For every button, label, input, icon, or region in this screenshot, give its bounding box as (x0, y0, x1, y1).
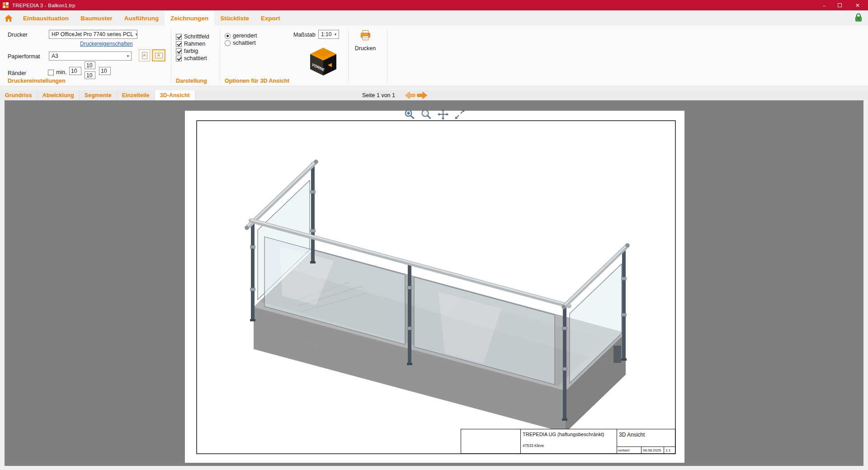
paper-format-label: Papierformat (8, 53, 40, 60)
group-label-optionen3d: Optionen für 3D Ansicht (225, 78, 289, 84)
landscape-orientation-button[interactable]: A (152, 49, 165, 61)
arrow-left-icon (405, 92, 415, 99)
titleblock-company: TREPEDIA UG (haftungsbeschränkt) (523, 432, 604, 437)
subtab-segmente[interactable]: Segmente (80, 90, 117, 100)
paper-format-select[interactable]: A3 ▼ (49, 52, 132, 61)
view-tab-bar: Grundriss Abwicklung Segmente Einzelteil… (0, 90, 868, 100)
lock-icon (855, 13, 862, 22)
margin-right-input[interactable] (99, 67, 111, 75)
balcony-3d-drawing (185, 111, 684, 463)
subtab-einzelteile[interactable]: Einzelteile (117, 90, 155, 100)
margin-top-input[interactable] (85, 61, 95, 69)
radio-schattiert[interactable]: schattiert (225, 40, 256, 46)
zoom-out-button[interactable] (420, 108, 432, 120)
ribbon: Drucker HP OfficeJet Pro 7740 series PCL… (0, 26, 868, 86)
group-separator (387, 29, 387, 83)
subtab-3d-ansicht[interactable]: 3D-Ansicht (155, 90, 195, 100)
app-icon (3, 2, 9, 9)
home-icon (4, 14, 13, 22)
titleblock-subrow: norbert 06.08.2025 1:1 (617, 446, 675, 453)
titleblock-divider (520, 429, 521, 453)
maximize-button[interactable] (832, 0, 847, 10)
drawing-title-block: TREPEDIA UG (haftungsbeschränkt) 47533 K… (461, 429, 675, 454)
license-lock[interactable] (855, 13, 862, 24)
radio-label: gerendert (233, 33, 257, 39)
checkbox-schattiert[interactable]: schattiert (176, 55, 207, 61)
portrait-page-icon: A (142, 52, 147, 59)
margins-min-checkbox[interactable]: min. (48, 69, 67, 75)
radio-label: schattiert (233, 40, 256, 46)
titleblock-date: 06.08.2025 (642, 447, 664, 453)
group-label-darstellung: Darstellung (176, 78, 207, 84)
page-next-button[interactable] (417, 92, 427, 99)
checkbox-label: Schriftfeld (184, 33, 209, 40)
chevron-down-icon: ▼ (332, 33, 339, 37)
tab-zeichnungen[interactable]: Zeichnungen (165, 10, 214, 26)
balcony-model (245, 160, 630, 433)
fit-view-button[interactable] (454, 108, 466, 120)
printer-select-value: HP OfficeJet Pro 7740 series PCL (52, 31, 133, 38)
paper-format-value: A3 (52, 53, 58, 59)
window-title: TREPEDIA 3 - Balkon1.trp (12, 3, 75, 8)
margins-min-label: min. (56, 69, 67, 75)
radio-gerendert[interactable]: gerendert (225, 33, 257, 39)
subtab-grundriss[interactable]: Grundriss (0, 90, 38, 100)
subtab-abwicklung[interactable]: Abwicklung (38, 90, 80, 100)
view-toolbar (404, 108, 466, 120)
tab-ausfuehrung[interactable]: Ausführung (118, 10, 165, 26)
group-separator (220, 29, 220, 83)
fit-view-icon (454, 108, 466, 120)
checkbox-icon (176, 56, 182, 61)
page-indicator: Seite 1 von 1 (362, 90, 395, 100)
radio-icon (225, 40, 231, 46)
checkbox-schriftfeld[interactable]: Schriftfeld (176, 33, 209, 40)
tab-stueckliste[interactable]: Stückliste (214, 10, 255, 26)
checkbox-label: Rahmen (184, 41, 205, 47)
landscape-page-icon: A (155, 53, 163, 58)
checkbox-farbig[interactable]: farbig (176, 48, 198, 54)
print-button-label: Drucken (355, 45, 376, 52)
close-button[interactable]: ✕ (847, 0, 868, 10)
arrow-right-icon (417, 92, 427, 99)
checkbox-label: schattiert (184, 55, 207, 61)
tab-einbausituation[interactable]: Einbausituation (17, 10, 75, 26)
print-button[interactable]: Drucken (352, 29, 379, 52)
radio-icon (225, 33, 231, 39)
view-cube[interactable]: VORNE (308, 47, 339, 77)
margin-left-input[interactable] (69, 67, 81, 75)
printer-properties-link[interactable]: Druckereigenschaften (80, 41, 133, 47)
printer-select[interactable]: HP OfficeJet Pro 7740 series PCL ▼ (49, 30, 137, 39)
tab-baumuster[interactable]: Baumuster (75, 10, 118, 26)
main-tab-bar: Einbausituation Baumuster Ausführung Zei… (0, 10, 868, 26)
group-label-druckereinstellungen: Druckereinstellungen (8, 78, 66, 84)
pan-icon (437, 108, 449, 120)
zoom-in-button[interactable] (404, 108, 415, 120)
zoom-in-icon (404, 108, 415, 120)
checkbox-label: farbig (184, 48, 198, 54)
titleblock-scale: 1:1 (664, 447, 675, 453)
titleblock-view-name: 3D Ansicht (619, 432, 645, 438)
group-separator (171, 29, 171, 83)
maximize-icon (838, 3, 842, 7)
chevron-down-icon: ▼ (125, 54, 131, 58)
tab-export[interactable]: Export (255, 10, 286, 26)
checkbox-icon (48, 70, 54, 75)
margin-bottom-input[interactable] (85, 71, 95, 79)
checkbox-rahmen[interactable]: Rahmen (176, 41, 205, 47)
scale-select[interactable]: 1:10 ▼ (318, 30, 339, 39)
portrait-orientation-button[interactable]: A (139, 49, 150, 61)
scale-label: Maßstab (293, 32, 316, 38)
printer-label: Drucker (8, 32, 28, 38)
checkbox-icon (176, 41, 182, 47)
titleblock-address: 47533 Kleve (523, 443, 544, 448)
drawing-page: TREPEDIA UG (haftungsbeschränkt) 47533 K… (185, 111, 684, 463)
window-titlebar: TREPEDIA 3 - Balkon1.trp – ✕ (0, 0, 868, 10)
drawing-canvas[interactable]: TREPEDIA UG (haftungsbeschränkt) 47533 K… (5, 100, 863, 466)
minimize-button[interactable]: – (816, 0, 832, 10)
scale-value: 1:10 (321, 31, 331, 38)
home-button[interactable] (0, 10, 17, 26)
page-prev-button[interactable] (405, 92, 415, 99)
pan-button[interactable] (437, 108, 449, 120)
checkbox-icon (176, 48, 182, 54)
group-separator (348, 29, 349, 83)
